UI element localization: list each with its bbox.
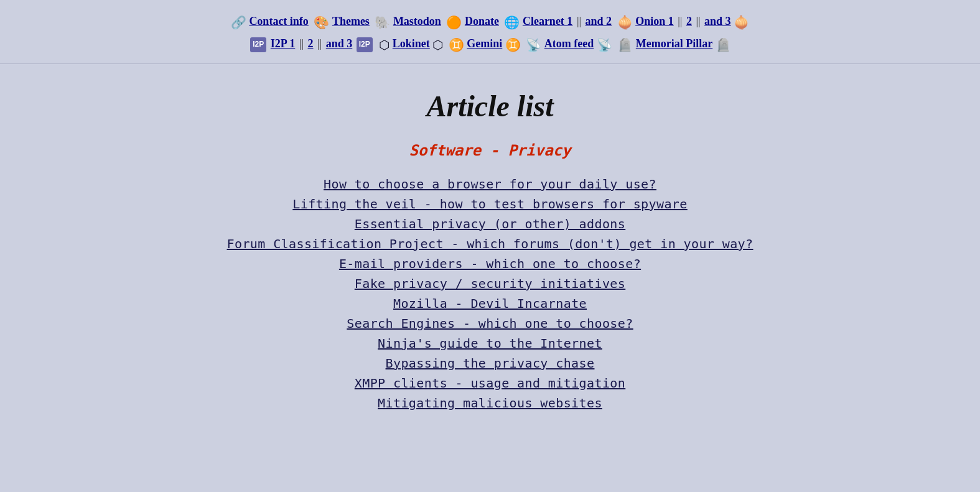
themes-link[interactable]: Themes	[332, 15, 370, 27]
clearnet-icon: 🌐	[504, 11, 520, 34]
article-list-item: Ninja's guide to the Internet	[378, 336, 602, 351]
top-navigation: 🔗 Contact info 🎨 Themes 🐘 Mastodon 🟠 Don…	[0, 0, 980, 64]
sep8: ||	[696, 15, 703, 27]
nav-i2p-badge1: I2P I2P 1	[249, 37, 298, 50]
mastodon-icon: 🐘	[375, 11, 390, 34]
article-list-item: Search Engines - which one to choose?	[347, 316, 633, 331]
nav-themes: 🎨 Themes	[314, 15, 372, 27]
onion1-link[interactable]: Onion 1	[635, 15, 674, 27]
nav-onion1: 🧅 Onion 1	[617, 15, 677, 27]
sep5: ||	[577, 15, 584, 27]
article-list-item: Mozilla - Devil Incarnate	[393, 296, 587, 311]
sep9: ||	[299, 37, 307, 50]
article-link[interactable]: Mozilla - Devil Incarnate	[393, 296, 587, 311]
nav-and3: and 3 🧅	[704, 15, 749, 27]
atom-icon: 📡	[526, 34, 541, 56]
article-link[interactable]: XMPP clients - usage and mitigation	[355, 376, 625, 391]
article-list-item: Forum Classification Project - which for…	[227, 236, 754, 251]
contact-info-link[interactable]: Contact info	[249, 15, 309, 27]
article-link[interactable]: Bypassing the privacy chase	[386, 356, 595, 371]
page-title: Article list	[12, 89, 968, 123]
gemini-link[interactable]: Gemini	[467, 37, 502, 50]
onion2-link[interactable]: 2	[686, 15, 692, 27]
article-list: How to choose a browser for your daily u…	[12, 177, 968, 411]
article-link[interactable]: Forum Classification Project - which for…	[227, 236, 754, 251]
gemini-icon2: ♊	[505, 34, 521, 56]
article-list-item: Essential privacy (or other) addons	[355, 216, 625, 231]
i2p2-link[interactable]: 2	[308, 37, 314, 50]
nav-atom: 📡 Atom feed 📡	[526, 37, 615, 50]
article-list-item: Bypassing the privacy chase	[386, 356, 595, 371]
donate-icon: 🟠	[446, 11, 462, 34]
i2p-badge-1: I2P	[250, 37, 266, 52]
nav-donate: 🟠 Donate	[446, 15, 502, 27]
article-link[interactable]: Fake privacy / security initiatives	[355, 276, 625, 291]
i2p-badge-2: I2P	[357, 37, 373, 52]
clearnet1-link[interactable]: Clearnet 1	[523, 15, 572, 27]
article-link[interactable]: Lifting the veil - how to test browsers …	[292, 197, 688, 211]
memorial-link[interactable]: Memorial Pillar	[636, 37, 712, 50]
themes-icon: 🎨	[314, 11, 329, 34]
gemini-icon: ♊	[449, 34, 464, 56]
mastodon-link[interactable]: Mastodon	[393, 15, 441, 27]
article-list-item: Fake privacy / security initiatives	[355, 276, 625, 291]
donate-link[interactable]: Donate	[465, 15, 499, 27]
and3-link[interactable]: and 3	[704, 15, 731, 27]
nav-gemini: ♊ Gemini ♊	[449, 37, 524, 50]
sep10: ||	[317, 37, 325, 50]
article-list-item: Mitigating malicious websites	[378, 396, 602, 411]
article-list-item: E-mail providers - which one to choose?	[339, 256, 641, 271]
article-link[interactable]: Search Engines - which one to choose?	[347, 316, 633, 331]
onion3-icon: 🧅	[734, 11, 749, 34]
article-list-item: Lifting the veil - how to test browsers …	[292, 197, 688, 211]
onion1-icon: 🧅	[617, 11, 633, 34]
nav-clearnet2: and 2	[586, 15, 615, 27]
i2p1-link[interactable]: I2P 1	[271, 37, 296, 50]
lokinet-icon: ⬡	[379, 34, 390, 56]
atom-icon2: 📡	[597, 34, 612, 56]
category-heading: Software - Privacy	[12, 142, 968, 159]
nav-clearnet: 🌐 Clearnet 1	[504, 15, 575, 27]
sep7: ||	[678, 15, 685, 27]
i2p3-link[interactable]: and 3	[326, 37, 353, 50]
atom-link[interactable]: Atom feed	[544, 37, 594, 50]
nav-memorial: 🪦 Memorial Pillar 🪦	[617, 37, 730, 50]
article-link[interactable]: Essential privacy (or other) addons	[355, 216, 625, 231]
article-list-item: How to choose a browser for your daily u…	[324, 177, 656, 192]
nav-mastodon: 🐘 Mastodon	[375, 15, 444, 27]
clearnet2-link[interactable]: and 2	[586, 15, 612, 27]
nav-lokinet: ⬡ Lokinet ⬡	[379, 37, 446, 50]
article-link[interactable]: Ninja's guide to the Internet	[378, 336, 602, 351]
main-content: Article list Software - Privacy How to c…	[0, 64, 980, 435]
article-link[interactable]: How to choose a browser for your daily u…	[324, 177, 656, 192]
article-link[interactable]: E-mail providers - which one to choose?	[339, 256, 641, 271]
contact-icon: 🔗	[231, 11, 246, 34]
article-list-item: XMPP clients - usage and mitigation	[355, 376, 625, 391]
memorial-icon2: 🪦	[716, 34, 731, 56]
lokinet-link[interactable]: Lokinet	[393, 37, 430, 50]
memorial-icon: 🪦	[617, 34, 633, 56]
lokinet-icon2: ⬡	[432, 34, 443, 56]
article-link[interactable]: Mitigating malicious websites	[378, 396, 602, 411]
nav-contact: 🔗 Contact info	[231, 15, 312, 27]
